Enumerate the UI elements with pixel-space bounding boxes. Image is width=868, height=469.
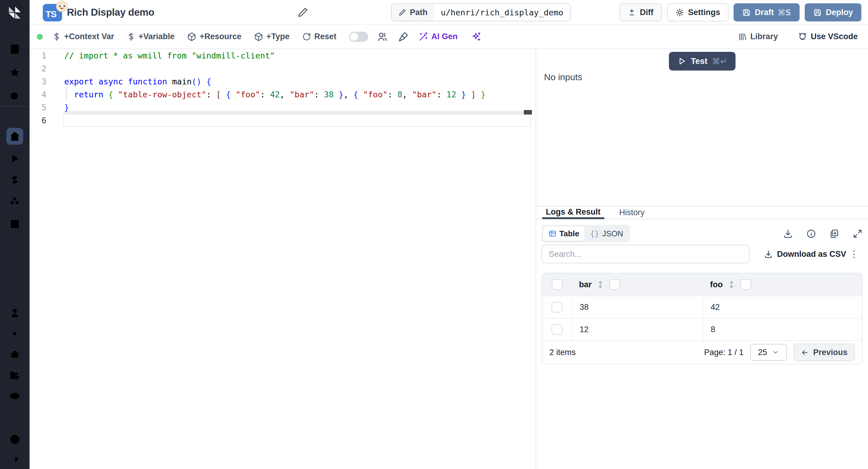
table-cell: 8	[704, 319, 862, 340]
previous-page-button[interactable]: Previous	[794, 344, 855, 361]
runs-play-icon[interactable]	[9, 153, 21, 164]
code-line[interactable]: 1// import * as wmill from "windmill-cli…	[30, 49, 535, 62]
line-number: 1	[30, 49, 46, 62]
test-shortcut: ⌘↵	[712, 57, 727, 66]
result-view-toolbar: Table {} JSON	[541, 225, 863, 242]
dollar-icon	[53, 33, 61, 41]
path-control[interactable]: Path u/henri/rich_display_demo	[391, 3, 570, 22]
format-brush-icon[interactable]	[397, 31, 409, 43]
deploy-label: Deploy	[826, 8, 853, 17]
code-line[interactable]: 2	[30, 62, 535, 75]
previous-label: Previous	[813, 348, 847, 357]
edit-title-pencil-icon[interactable]	[297, 7, 309, 18]
page-title: Rich Display demo	[67, 0, 154, 25]
table-row[interactable]: 3842	[542, 296, 862, 318]
diff-mode-toggle[interactable]	[349, 32, 368, 42]
code-editor[interactable]: 1// import * as wmill from "windmill-cli…	[30, 49, 535, 469]
audit-eye-icon[interactable]	[9, 390, 21, 402]
settings-button[interactable]: Settings	[667, 3, 729, 22]
workers-bot-icon[interactable]	[9, 348, 21, 361]
sidebar	[0, 0, 30, 469]
json-braces-icon: {}	[590, 229, 599, 238]
arrow-left-icon	[801, 348, 809, 356]
variables-dollar-icon[interactable]	[9, 174, 21, 186]
test-button[interactable]: Test ⌘↵	[669, 52, 735, 70]
row-checkbox[interactable]	[552, 324, 562, 335]
view-mode-json[interactable]: {} JSON	[585, 226, 628, 241]
add-context-var-button[interactable]: +Context Var	[53, 32, 114, 41]
variable-label: +Variable	[138, 32, 175, 41]
view-mode-table[interactable]: Table	[543, 226, 585, 241]
user-icon[interactable]	[9, 307, 21, 319]
copy-result-clipboard-icon[interactable]	[830, 229, 839, 239]
code-line[interactable]: 4 return { "table-row-object": [ { "foo"…	[30, 88, 535, 101]
path-value: u/henri/rich_display_demo	[434, 4, 570, 21]
info-icon[interactable]	[806, 229, 816, 239]
search-input[interactable]	[541, 245, 749, 263]
expand-fullscreen-icon[interactable]	[852, 229, 863, 239]
package-icon	[254, 32, 263, 41]
tab-history[interactable]: History	[616, 207, 648, 219]
sparkles-icon[interactable]	[470, 31, 482, 43]
code-line[interactable]: 5}	[30, 101, 535, 114]
select-all-checkbox[interactable]	[552, 279, 563, 290]
deploy-button[interactable]: Deploy	[805, 3, 861, 22]
add-resource-button[interactable]: +Resource	[187, 32, 241, 41]
diff-label: Diff	[640, 8, 653, 17]
download-result-icon[interactable]	[783, 229, 793, 239]
add-variable-button[interactable]: +Variable	[127, 32, 175, 41]
add-type-button[interactable]: +Type	[254, 32, 290, 41]
help-icon[interactable]	[9, 433, 21, 445]
table-row[interactable]: 128	[542, 318, 862, 340]
test-label: Test	[691, 56, 708, 66]
star-icon[interactable]	[9, 67, 21, 79]
resource-label: +Resource	[199, 32, 241, 41]
page-size-select[interactable]: 25	[750, 344, 787, 361]
code-line[interactable]: 3export async function main() {	[30, 75, 535, 88]
column-header-foo: foo	[704, 273, 862, 296]
header-actions: Diff Settings Draft ⌘S	[619, 3, 861, 22]
diff-icon	[628, 8, 636, 17]
download-icon	[764, 250, 773, 259]
row-checkbox[interactable]	[552, 302, 562, 313]
sort-foo-icon[interactable]	[727, 280, 736, 289]
code-line[interactable]: 6	[30, 114, 535, 127]
multiplayer-users-icon[interactable]	[376, 31, 388, 43]
tab-logs-and-result[interactable]: Logs & Result	[542, 207, 604, 219]
editor-toolbar: +Context Var +Variable +Resource +Type	[30, 25, 868, 49]
buildings-icon[interactable]	[9, 43, 21, 55]
library-icon	[738, 32, 747, 41]
settings-label: Settings	[688, 8, 720, 17]
line-number: 6	[30, 114, 46, 127]
draft-button[interactable]: Draft ⌘S	[734, 3, 800, 22]
table-options-kebab-icon[interactable]: ⋮	[847, 247, 861, 260]
save-deploy-icon	[813, 8, 822, 17]
search-icon[interactable]	[9, 90, 21, 102]
preview-panel: Test ⌘↵ No inputs Logs & Result History …	[536, 49, 868, 469]
schedules-calendar-icon[interactable]	[9, 218, 21, 230]
script-emoji-icon	[56, 1, 67, 12]
folders-icon[interactable]	[9, 370, 21, 382]
sidebar-item-home[interactable]	[6, 128, 23, 145]
library-button[interactable]: Library	[738, 32, 778, 41]
reset-label: Reset	[314, 32, 337, 41]
resources-boxes-icon[interactable]	[9, 196, 21, 208]
dollar-icon	[127, 33, 135, 41]
table-grid-icon	[549, 230, 556, 238]
windmill-logo-icon[interactable]	[7, 5, 23, 21]
line-number: 5	[30, 101, 46, 114]
expand-sidebar-arrow-icon[interactable]	[9, 453, 21, 465]
reset-button[interactable]: Reset	[302, 32, 337, 41]
use-vscode-button[interactable]: Use VScode	[798, 32, 858, 41]
foo-column-label: foo	[710, 280, 723, 289]
ai-gen-button[interactable]: AI Gen	[418, 32, 458, 41]
download-csv-button[interactable]: Download as CSV	[764, 245, 846, 263]
bar-column-checkbox[interactable]	[609, 279, 620, 290]
use-vscode-label: Use VScode	[811, 32, 858, 41]
foo-column-checkbox[interactable]	[740, 279, 751, 290]
save-draft-icon	[742, 8, 751, 17]
diff-button[interactable]: Diff	[619, 3, 662, 22]
settings-gear-icon[interactable]	[9, 327, 21, 340]
toolbar-right: Library Use VScode	[738, 32, 858, 41]
sort-bar-icon[interactable]	[596, 280, 604, 289]
